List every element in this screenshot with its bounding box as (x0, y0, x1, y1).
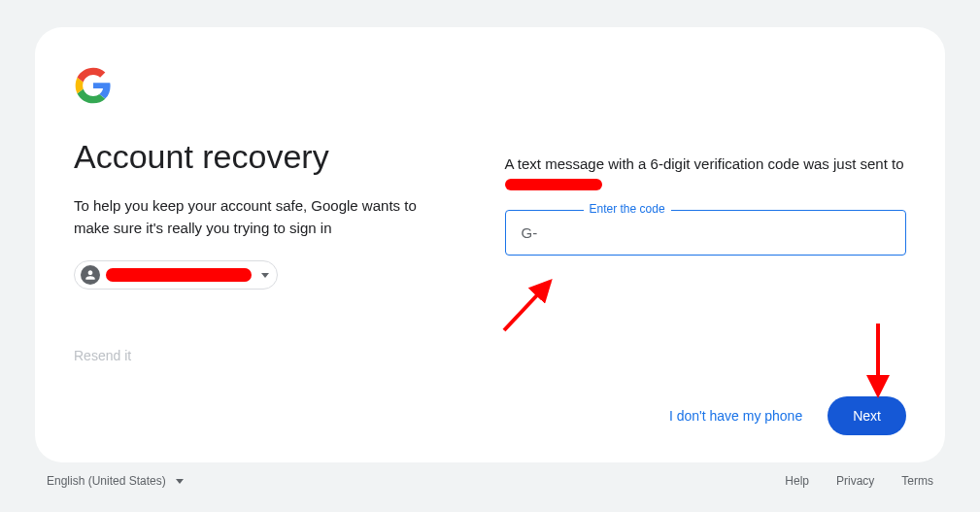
resend-link[interactable]: Resend it (74, 348, 476, 363)
no-phone-button[interactable]: I don't have my phone (669, 408, 802, 424)
chevron-down-icon (176, 479, 184, 484)
code-input[interactable] (547, 224, 892, 241)
account-selector[interactable] (74, 260, 278, 290)
terms-link[interactable]: Terms (901, 474, 933, 488)
code-field-label: Enter the code (584, 202, 671, 216)
action-row: I don't have my phone Next (505, 358, 907, 435)
privacy-link[interactable]: Privacy (836, 474, 874, 488)
google-logo-icon (74, 66, 476, 109)
chevron-down-icon (261, 273, 269, 278)
left-column: Account recovery To help you keep your a… (74, 66, 495, 435)
next-button[interactable]: Next (828, 396, 906, 435)
language-label: English (United States) (47, 474, 166, 488)
recovery-card: Account recovery To help you keep your a… (35, 27, 945, 462)
redacted-phone (505, 179, 602, 190)
page-subtitle: To help you keep your account safe, Goog… (74, 195, 443, 239)
footer-links: Help Privacy Terms (785, 474, 933, 488)
page-title: Account recovery (74, 138, 476, 176)
redacted-email (106, 268, 252, 282)
code-input-container[interactable]: Enter the code G- (505, 210, 907, 256)
user-avatar-icon (81, 265, 100, 285)
footer: English (United States) Help Privacy Ter… (0, 462, 980, 488)
code-prefix: G- (522, 224, 538, 241)
help-link[interactable]: Help (785, 474, 809, 488)
right-column: A text message with a 6-digit verificati… (495, 66, 907, 435)
language-selector[interactable]: English (United States) (47, 474, 184, 488)
sms-instruction: A text message with a 6-digit verificati… (505, 154, 907, 175)
